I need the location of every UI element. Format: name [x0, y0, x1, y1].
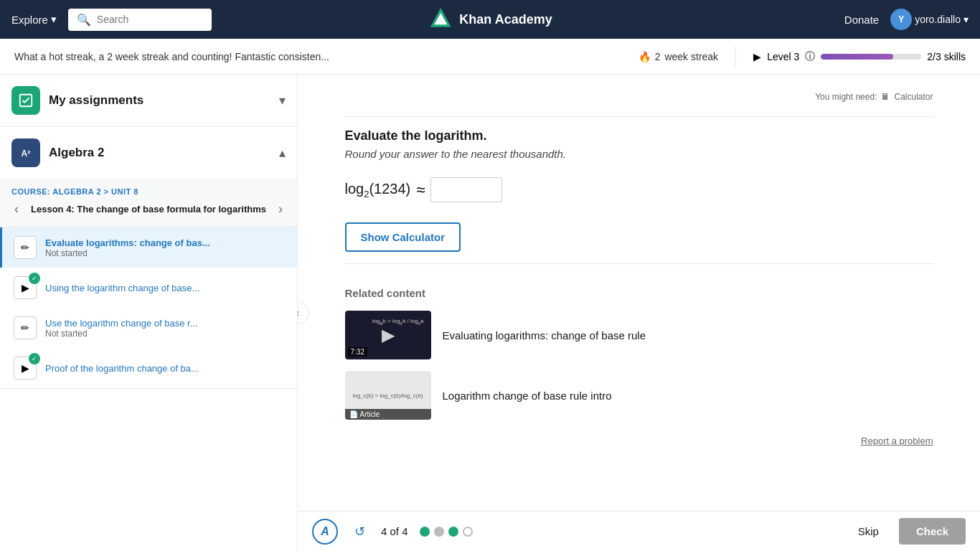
show-calculator-button[interactable]: Show Calculator [345, 222, 461, 252]
report-problem-area: Report a problem [345, 434, 933, 447]
skills-total: 3 [936, 51, 941, 62]
lesson-title: Lesson 4: The change of base formula for… [27, 204, 270, 215]
lesson-item-0[interactable]: ✏ Evaluate logarithms: change of bas... … [0, 227, 297, 268]
hint-button[interactable]: A [312, 519, 338, 545]
level-progress-fill [821, 54, 893, 60]
algebra-header[interactable]: A² Algebra 2 ▴ [0, 127, 297, 179]
lesson-item-text-0: Evaluate logarithms: change of bas... No… [45, 237, 286, 258]
lesson-item-text-1: Using the logarithm change of base... [45, 283, 286, 293]
skills-label: skills [944, 51, 966, 62]
avatar: Y [890, 9, 912, 30]
lesson-item-2[interactable]: ✏ Use the logarithm change of base r... … [0, 308, 297, 348]
related-item-0[interactable]: ▶ logab = logxb / logxa 7:32 Evaluating … [345, 311, 933, 359]
streak-number: 2 [655, 51, 661, 62]
video-icon-3: ▶ [22, 362, 29, 374]
report-problem-link[interactable]: Report a problem [861, 435, 933, 446]
progress-dots [420, 527, 473, 537]
completed-badge-3: ✓ [29, 353, 40, 364]
bottom-bar: A ↺ 4 of 4 Skip Check [298, 511, 980, 551]
user-chevron-icon: ▾ [963, 14, 969, 25]
streak-count: 🔥 2 week streak [639, 51, 719, 62]
problem-area: You might need: 🖩 Calculator Evaluate th… [316, 75, 962, 464]
assignments-icon [11, 86, 40, 115]
skip-button[interactable]: Skip [858, 525, 879, 537]
dot-0 [420, 527, 430, 537]
article-badge-text: Article [360, 410, 380, 418]
level-info-icon: ⓘ [805, 50, 815, 63]
dot-1 [434, 527, 444, 537]
progress-count: 4 of 4 [381, 525, 408, 537]
lesson-item-1[interactable]: ▶ ✓ Using the logarithm change of base..… [0, 268, 297, 308]
sidebar: My assignments ▾ A² Algebra 2 ▴ COURSE: … [0, 75, 298, 551]
approx-symbol: ≈ [416, 181, 425, 199]
duration-label: 7:32 [351, 348, 364, 356]
user-menu[interactable]: Y yoro.diallo ▾ [890, 9, 969, 30]
collapse-sidebar-button[interactable]: ‹ [298, 301, 309, 324]
lesson-next-button[interactable]: › [275, 200, 286, 218]
svg-text:A²: A² [22, 149, 31, 159]
khan-academy-logo-icon [428, 6, 453, 32]
related-label-0: Evaluating logarithms: change of base ru… [443, 329, 646, 342]
lesson-item-icon-1: ▶ ✓ [14, 276, 37, 299]
search-icon: 🔍 [77, 13, 91, 27]
exercise-icon-2: ✏ [21, 322, 29, 334]
related-label-1: Logarithm change of base rule intro [443, 390, 612, 402]
lesson-item-title-1: Using the logarithm change of base... [45, 283, 286, 293]
lesson-prev-button[interactable]: ‹ [11, 200, 22, 218]
related-content: Related content ▶ logab = logxb / logxa … [345, 287, 933, 420]
level-info: ▶ Level 3 ⓘ 2/3 skills [753, 50, 966, 63]
skills-count: 2 [927, 51, 933, 62]
retry-icon: ↺ [354, 524, 365, 540]
level-label: Level 3 [767, 51, 799, 62]
exercise-icon: ✏ [21, 242, 29, 253]
lesson-item-status-0: Not started [45, 248, 286, 258]
explore-menu[interactable]: Explore ▾ [11, 13, 57, 26]
assignments-svg-icon [18, 93, 34, 108]
article-badge: 📄 Article [345, 409, 431, 420]
answer-input[interactable] [430, 177, 502, 202]
lesson-item-title-3: Proof of the logarithm change of ba... [45, 363, 286, 374]
problem-title: Evaluate the logarithm. [345, 128, 933, 143]
algebra-icon: A² [11, 138, 40, 167]
algebra-svg-icon: A² [18, 145, 34, 161]
explore-chevron-icon: ▾ [51, 13, 57, 26]
check-button[interactable]: Check [899, 518, 966, 545]
assignments-chevron-icon: ▾ [279, 93, 286, 108]
nav-right: Donate Y yoro.diallo ▾ [844, 9, 969, 30]
log-subscript: 2 [364, 189, 369, 199]
algebra-section: A² Algebra 2 ▴ COURSE: ALGEBRA 2 > UNIT … [0, 127, 297, 389]
retry-button[interactable]: ↺ [349, 522, 369, 542]
navbar: Explore ▾ 🔍 Khan Academy Donate Y yoro.d… [0, 0, 980, 39]
streak-bar: What a hot streak, a 2 week streak and c… [0, 39, 980, 75]
level-progress-bar [821, 54, 921, 60]
you-might-need-text: You might need: [815, 92, 877, 102]
assignments-header[interactable]: My assignments ▾ [0, 75, 297, 126]
algebra-label: Algebra 2 [49, 146, 270, 160]
lesson-item-status-2: Not started [45, 329, 286, 339]
assignments-section: My assignments ▾ [0, 75, 297, 127]
video-duration: 7:32 [348, 347, 367, 357]
logo-text: Khan Academy [459, 12, 552, 27]
related-heading: Related content [345, 287, 933, 299]
calculator-label: Calculator [894, 92, 933, 102]
related-item-1[interactable]: log_c(b) = log_c(b)/log_c(b) 📄 Article L… [345, 371, 933, 420]
main-layout: My assignments ▾ A² Algebra 2 ▴ COURSE: … [0, 75, 980, 551]
donate-button[interactable]: Donate [844, 14, 879, 26]
lesson-item-text-3: Proof of the logarithm change of ba... [45, 363, 286, 374]
streak-unit: week streak [664, 51, 718, 62]
dot-3 [463, 527, 473, 537]
separator-mid [345, 263, 933, 264]
article-icon: 📄 [349, 410, 358, 418]
lesson-item-text-2: Use the logarithm change of base r... No… [45, 318, 286, 339]
search-input[interactable] [97, 14, 203, 25]
lesson-title-row: ‹ Lesson 4: The change of base formula f… [11, 200, 286, 218]
explore-label: Explore [11, 14, 48, 26]
lesson-item-3[interactable]: ▶ ✓ Proof of the logarithm change of ba.… [0, 348, 297, 388]
thumb-content-0: logab = logxb / logxa [369, 315, 427, 329]
search-bar: 🔍 [68, 9, 212, 31]
separator-top [345, 116, 933, 117]
streak-message: What a hot streak, a 2 week streak and c… [14, 51, 627, 62]
skills-progress: 2/3 skills [927, 51, 966, 62]
streak-divider [735, 46, 736, 67]
related-thumb-0: ▶ logab = logxb / logxa 7:32 [345, 311, 431, 359]
